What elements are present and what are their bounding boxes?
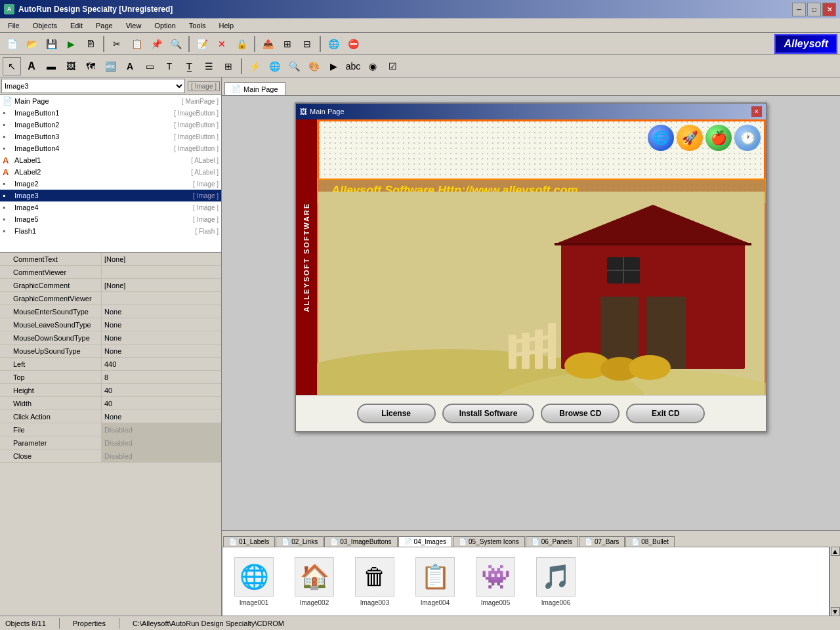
export-btn[interactable]: 📤 [259,35,277,53]
lock-btn[interactable]: 🔒 [232,35,251,53]
open-button[interactable]: 📂 [22,35,41,53]
find-button[interactable]: 🔍 [167,35,185,53]
property-value[interactable]: None [102,305,221,318]
bottom-tab[interactable]: 📄03_ImageButtons [324,536,397,547]
table-tool[interactable]: ⊞ [219,57,238,75]
exit-cd-button[interactable]: Exit CD [626,404,705,423]
new-button[interactable]: 📄 [3,35,21,53]
media-tool[interactable]: ▶ [324,57,343,75]
tree-item[interactable]: ▪ImageButton4[ ImageButton ] [0,142,221,154]
rich-text[interactable]: T̲ [180,57,198,75]
property-value[interactable]: [None] [102,279,221,291]
anim-tool[interactable]: 🔤 [101,57,119,75]
image-thumbnail[interactable]: 👾 Image005 [469,557,522,606]
menu-option[interactable]: Option [149,20,180,31]
globe-btn[interactable]: 🌐 [324,35,343,53]
image-thumbnail[interactable]: 🌐 Image001 [228,557,280,606]
label-tool[interactable]: A [121,57,139,75]
menu-edit[interactable]: Edit [65,20,88,31]
canvas-container[interactable]: 🖼 Main Page ✕ ALLEYSOFT SOFTWARE 🌐 🚀 [222,96,840,530]
scroll-up[interactable]: ▲ [831,547,840,556]
image-thumbnail[interactable]: 📋 Image004 [409,557,461,606]
radio-tool[interactable]: ◉ [364,57,382,75]
page-tab-main[interactable]: 📄 Main Page [224,82,285,95]
tree-item[interactable]: AALabel2[ ALabel ] [0,166,221,178]
tree-item[interactable]: ▪ImageButton2[ ImageButton ] [0,119,221,131]
property-row: Click ActionNone [0,410,221,423]
property-value[interactable]: [None] [102,253,221,265]
tree-item[interactable]: ▪Flash1[ Flash ] [0,225,221,237]
menu-view[interactable]: View [121,20,147,31]
close-button[interactable]: ✕ [822,3,836,16]
right-scrollbar[interactable]: ▲ ▼ [830,547,840,616]
property-value[interactable]: None [102,410,221,423]
property-value[interactable]: None [102,331,221,344]
tree-item[interactable]: ▪ImageButton1[ ImageButton ] [0,107,221,119]
cut-button[interactable]: ✂ [108,35,126,53]
text-box[interactable]: T [160,57,178,75]
bg-tool[interactable]: 🗺 [81,57,100,75]
copy-button[interactable]: 📋 [127,35,146,53]
bottom-tab[interactable]: 📄05_System Icons [453,536,525,547]
menu-objects[interactable]: Objects [28,20,62,31]
tree-item[interactable]: ▪Image4[ Image ] [0,201,221,213]
bottom-tab[interactable]: 📄02_Links [276,536,324,547]
property-value[interactable]: 40 [102,384,221,396]
property-value[interactable]: None [102,345,221,357]
save-button[interactable]: 💾 [42,35,60,53]
property-value[interactable]: None [102,318,221,331]
property-value[interactable] [102,292,221,304]
text-tool-a[interactable]: A [22,57,41,75]
image-thumbnail[interactable]: 🎵 Image006 [530,557,582,606]
tree-item[interactable]: ▪ImageButton3[ ImageButton ] [0,131,221,142]
delete-btn[interactable]: ✕ [213,35,231,53]
dist-btn[interactable]: ⊟ [298,35,316,53]
image-tool[interactable]: 🖼 [62,57,80,75]
property-value[interactable] [102,266,221,278]
bottom-tab[interactable]: 📄01_Labels [223,536,275,547]
property-value[interactable]: 40 [102,397,221,410]
align-btn[interactable]: ⊞ [278,35,297,53]
image-thumbnail[interactable]: 🗑 Image003 [348,557,401,606]
menu-file[interactable]: File [3,20,25,31]
input-tool[interactable]: abc [344,57,362,75]
menu-tools[interactable]: Tools [184,20,211,31]
bottom-tab[interactable]: 📄06_Panels [526,536,578,547]
color-tool[interactable]: 🎨 [304,57,323,75]
object-select-dropdown[interactable]: Image3 [1,79,185,93]
list-tool[interactable]: ☰ [200,57,218,75]
stop-btn[interactable]: ⛔ [344,35,362,53]
menu-help[interactable]: Help [213,20,239,31]
property-value[interactable]: 440 [102,358,221,370]
minimize-button[interactable]: ─ [792,3,806,16]
paste-button[interactable]: 📌 [147,35,165,53]
tree-item[interactable]: AALabel1[ ALabel ] [0,154,221,166]
property-value[interactable]: 8 [102,371,221,383]
tree-item[interactable]: ▪Image3[ Image ] [0,190,221,201]
tree-item[interactable]: ▪Image2[ Image ] [0,178,221,190]
menu-page[interactable]: Page [91,20,118,31]
bottom-tab[interactable]: 📄08_Bullet [625,536,675,547]
tree-item[interactable]: 📄Main Page[ MainPage ] [0,95,221,107]
tree-item-icon: ▪ [3,144,12,153]
zoom-tool[interactable]: 🔍 [285,57,303,75]
preview-close-button[interactable]: ✕ [751,106,762,117]
add-page[interactable]: 📝 [193,35,211,53]
button-tool[interactable]: ▬ [42,57,60,75]
tool5[interactable]: 🖹 [81,35,100,53]
image-thumbnail[interactable]: 🏠 Image002 [288,557,341,606]
flash-tool[interactable]: ⚡ [245,57,264,75]
license-button[interactable]: License [357,404,436,423]
bottom-tab[interactable]: 📄04_Images [398,536,452,547]
web-tool[interactable]: 🌐 [265,57,284,75]
install-software-button[interactable]: Install Software [442,404,535,423]
browse-cd-button[interactable]: Browse CD [541,404,620,423]
check-tool[interactable]: ☑ [383,57,402,75]
bottom-tab[interactable]: 📄07_Bars [579,536,625,547]
rect-tool[interactable]: ▭ [140,57,159,75]
select-tool[interactable]: ↖ [3,57,21,75]
run-button[interactable]: ▶ [62,35,80,53]
maximize-button[interactable]: □ [807,3,821,16]
tree-item[interactable]: ▪Image5[ Image ] [0,213,221,225]
scroll-down[interactable]: ▼ [831,607,840,616]
